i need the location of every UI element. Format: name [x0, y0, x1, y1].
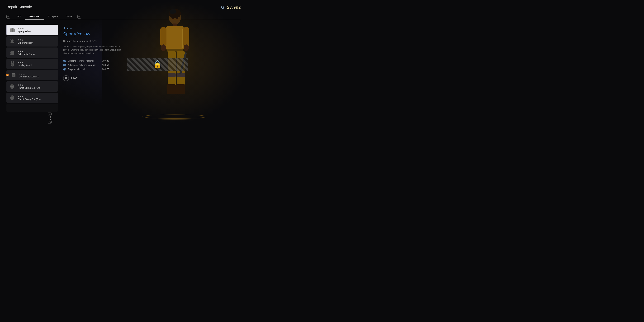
item-icon-orca — [10, 72, 17, 78]
materials-section: Extreme Polymer Material 107/25 Advanced… — [63, 60, 241, 71]
material-icon-polymer — [63, 68, 66, 71]
main-content: Repair Console G 27,992 L1 EVE Nano Suit… — [0, 0, 247, 124]
craft-button[interactable]: ✕ Craft — [63, 75, 241, 81]
item-stars: ★★★ — [18, 27, 56, 30]
list-item[interactable]: ★★★ Sporty Yellow — [6, 25, 58, 35]
material-count: 107/25 — [102, 60, 109, 62]
scroll-up-arrow[interactable]: ▲ — [49, 116, 52, 118]
left-key-badge: L1 — [6, 15, 10, 18]
scroll-area: L2 ▲ ▼ R2 — [6, 112, 58, 124]
material-row: Advanced Polymer Material 169/50 — [63, 64, 241, 66]
item-stars: ★★★ — [18, 50, 56, 52]
material-required: 50 — [106, 64, 109, 66]
item-icon-planet-6 — [9, 83, 16, 90]
material-icon-advanced — [63, 64, 66, 66]
craft-label: Craft — [71, 76, 78, 80]
scroll-arrows: ▲ ▼ — [49, 116, 52, 120]
item-icon-cybernetic-dress — [9, 49, 16, 56]
detail-desc-long: Tetrastar C&T's super-light sportswear c… — [63, 45, 121, 55]
svg-point-44 — [11, 95, 13, 97]
item-stars: ★★★ — [19, 72, 56, 75]
item-name: Planet Diving Suit (6th) — [18, 86, 56, 89]
item-name: Cyber Magician — [18, 42, 56, 44]
material-current: 283 — [102, 68, 106, 70]
list-item[interactable]: ★★★ Cyber Magician — [6, 36, 58, 46]
scroll-down-arrow[interactable]: ▼ — [49, 118, 52, 120]
material-current: 169 — [102, 64, 106, 66]
item-icon-planet-7 — [9, 94, 16, 101]
list-item[interactable]: ★★★ Holiday Rabbit — [6, 59, 58, 69]
tab-exospine[interactable]: Exospine — [44, 14, 62, 20]
svg-point-51 — [64, 64, 65, 66]
item-name: Cybernetic Dress — [18, 53, 56, 56]
list-item[interactable]: E ★★★ Orca Exploration Suit — [6, 70, 58, 80]
item-list: ★★★ Sporty Yellow ★★★ Cyber Magician — [6, 25, 58, 124]
item-stars: ★★★ — [18, 61, 56, 64]
e-badge: E — [6, 74, 8, 76]
list-item[interactable]: ★★★ Planet Diving Suit (7th) — [6, 92, 58, 103]
item-stars: ★★★ — [18, 95, 56, 98]
material-required: 25 — [106, 60, 109, 62]
item-name: Holiday Rabbit — [18, 64, 56, 67]
page-title: Repair Console — [6, 5, 32, 9]
detail-desc-short: Changes the appearance of EVE. — [63, 40, 241, 42]
material-row: Extreme Polymer Material 107/25 — [63, 60, 241, 62]
header: Repair Console G 27,992 — [6, 5, 241, 10]
item-info-cyber-magician: ★★★ Cyber Magician — [18, 39, 56, 44]
svg-point-41 — [11, 84, 13, 86]
currency-g-label: G — [221, 5, 224, 10]
currency-display: G 27,992 — [221, 5, 241, 10]
svg-point-55 — [64, 69, 65, 70]
item-name: Planet Diving Suit (7th) — [18, 98, 56, 100]
tab-nano-suit[interactable]: Nano Suit — [25, 14, 44, 20]
material-count: 283/75 — [102, 68, 109, 70]
list-item[interactable]: ★★★ Cybernetic Dress — [6, 48, 58, 58]
svg-line-29 — [10, 40, 11, 40]
list-item[interactable]: ★★★ Planet Diving Suit (6th) — [6, 81, 58, 92]
item-icon-cyber-magician — [9, 38, 16, 45]
list-footer: L2 ▲ ▼ R2 — [6, 112, 58, 124]
item-info-orca: ★★★ Orca Exploration Suit — [19, 72, 56, 78]
scroll-bottom-key: R2 — [48, 120, 52, 124]
item-info-holiday-rabbit: ★★★ Holiday Rabbit — [18, 61, 56, 67]
material-required: 75 — [106, 68, 109, 70]
detail-panel: ★★★ Sporty Yellow Changes the appearance… — [63, 25, 241, 124]
item-stars: ★★★ — [18, 39, 56, 41]
svg-point-36 — [11, 64, 13, 66]
tab-drone[interactable]: Drone — [62, 14, 76, 20]
detail-title: Sporty Yellow — [63, 32, 241, 36]
svg-point-39 — [13, 74, 14, 76]
svg-point-27 — [11, 40, 14, 42]
tab-eve[interactable]: EVE — [12, 14, 25, 20]
material-icon-extreme — [63, 60, 66, 62]
item-icon-holiday-rabbit — [9, 60, 16, 67]
svg-rect-38 — [12, 73, 15, 74]
item-info-planet-7: ★★★ Planet Diving Suit (7th) — [18, 95, 56, 100]
svg-point-47 — [64, 60, 65, 61]
material-count: 169/50 — [102, 64, 109, 66]
item-info-sporty-yellow: ★★★ Sporty Yellow — [18, 27, 56, 33]
item-info-planet-6: ★★★ Planet Diving Suit (6th) — [18, 84, 56, 89]
svg-line-30 — [14, 40, 14, 40]
craft-circle-icon: ✕ — [63, 75, 69, 81]
material-name: Advanced Polymer Material — [68, 64, 100, 66]
detail-stars: ★★★ — [63, 26, 241, 30]
material-name: Polymer Material — [68, 68, 100, 70]
two-col-layout: ★★★ Sporty Yellow ★★★ Cyber Magician — [6, 25, 241, 124]
tab-navigation: L1 EVE Nano Suit Exospine Drone R1 — [6, 14, 241, 20]
item-stars: ★★★ — [18, 84, 56, 86]
currency-value: 27,992 — [227, 5, 241, 10]
material-current: 107 — [102, 60, 106, 62]
item-name: Sporty Yellow — [18, 30, 56, 33]
list-item-empty — [6, 104, 58, 112]
item-info-cybernetic-dress: ★★★ Cybernetic Dress — [18, 50, 56, 56]
right-key-badge: R1 — [78, 15, 81, 18]
scroll-top-key: L2 — [48, 112, 52, 116]
item-icon-sporty-yellow — [9, 26, 16, 33]
material-name: Extreme Polymer Material — [68, 60, 100, 62]
material-row: Polymer Material 283/75 — [63, 68, 241, 71]
item-name: Orca Exploration Suit — [19, 75, 56, 78]
